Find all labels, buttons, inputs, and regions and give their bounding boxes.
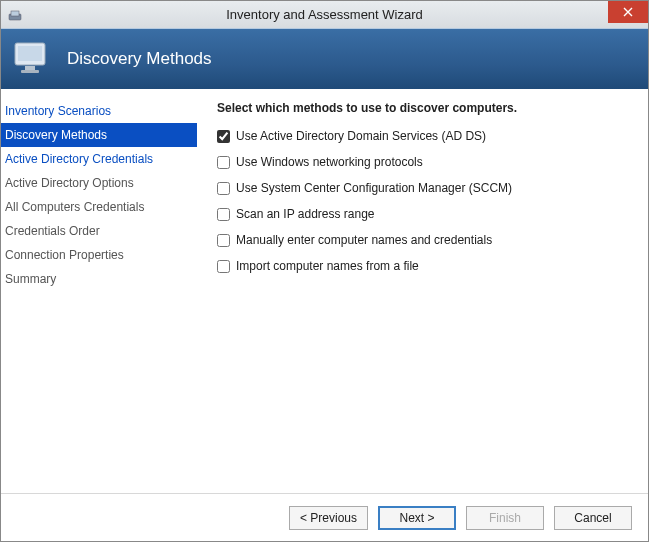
option-row: Scan an IP address range xyxy=(217,207,634,221)
sidebar-item-credentials-order[interactable]: Credentials Order xyxy=(1,219,197,243)
sidebar: Inventory ScenariosDiscovery MethodsActi… xyxy=(1,89,197,493)
sidebar-item-connection-properties[interactable]: Connection Properties xyxy=(1,243,197,267)
sidebar-item-discovery-methods[interactable]: Discovery Methods xyxy=(1,123,197,147)
option-row: Use System Center Configuration Manager … xyxy=(217,181,634,195)
main-panel: Select which methods to use to discover … xyxy=(197,89,648,493)
page-title: Discovery Methods xyxy=(67,49,212,69)
svg-rect-4 xyxy=(25,66,35,70)
option-row: Import computer names from a file xyxy=(217,259,634,273)
footer: < Previous Next > Finish Cancel xyxy=(1,493,648,541)
window-title: Inventory and Assessment Wizard xyxy=(1,7,648,22)
option-checkbox[interactable] xyxy=(217,234,230,247)
option-checkbox[interactable] xyxy=(217,182,230,195)
main-heading: Select which methods to use to discover … xyxy=(217,101,634,115)
option-label[interactable]: Use System Center Configuration Manager … xyxy=(236,181,512,195)
svg-rect-5 xyxy=(21,70,39,73)
options-list: Use Active Directory Domain Services (AD… xyxy=(217,129,634,273)
cancel-button[interactable]: Cancel xyxy=(554,506,632,530)
wizard-window: Inventory and Assessment Wizard Discover… xyxy=(0,0,649,542)
app-icon xyxy=(7,7,23,23)
finish-button[interactable]: Finish xyxy=(466,506,544,530)
wizard-body: Inventory ScenariosDiscovery MethodsActi… xyxy=(1,89,648,493)
sidebar-item-all-computers-credentials[interactable]: All Computers Credentials xyxy=(1,195,197,219)
sidebar-item-summary[interactable]: Summary xyxy=(1,267,197,291)
monitor-icon xyxy=(11,37,55,81)
option-row: Manually enter computer names and creden… xyxy=(217,233,634,247)
svg-rect-3 xyxy=(18,46,42,61)
option-label[interactable]: Scan an IP address range xyxy=(236,207,375,221)
option-checkbox[interactable] xyxy=(217,260,230,273)
svg-rect-1 xyxy=(11,11,19,16)
option-label[interactable]: Manually enter computer names and creden… xyxy=(236,233,492,247)
option-checkbox[interactable] xyxy=(217,208,230,221)
option-checkbox[interactable] xyxy=(217,130,230,143)
option-row: Use Active Directory Domain Services (AD… xyxy=(217,129,634,143)
option-checkbox[interactable] xyxy=(217,156,230,169)
previous-button[interactable]: < Previous xyxy=(289,506,368,530)
titlebar: Inventory and Assessment Wizard xyxy=(1,1,648,29)
close-button[interactable] xyxy=(608,1,648,23)
option-label[interactable]: Use Windows networking protocols xyxy=(236,155,423,169)
wizard-header: Discovery Methods xyxy=(1,29,648,89)
sidebar-item-inventory-scenarios[interactable]: Inventory Scenarios xyxy=(1,99,197,123)
option-row: Use Windows networking protocols xyxy=(217,155,634,169)
option-label[interactable]: Use Active Directory Domain Services (AD… xyxy=(236,129,486,143)
option-label[interactable]: Import computer names from a file xyxy=(236,259,419,273)
next-button[interactable]: Next > xyxy=(378,506,456,530)
close-icon xyxy=(623,5,633,20)
sidebar-item-active-directory-options[interactable]: Active Directory Options xyxy=(1,171,197,195)
sidebar-item-active-directory-credentials[interactable]: Active Directory Credentials xyxy=(1,147,197,171)
